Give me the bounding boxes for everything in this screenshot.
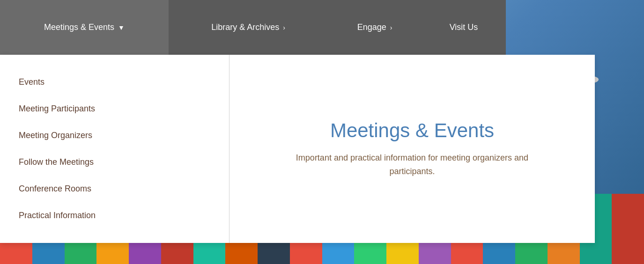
nav-visit-us[interactable]: Visit Us: [422, 0, 506, 55]
nav-meetings-events-label: Meetings & Events: [44, 22, 114, 32]
main-navbar: Meetings & Events ▼ Library & Archives ›…: [0, 0, 644, 55]
nav-meetings-events[interactable]: Meetings & Events ▼: [0, 0, 169, 55]
dropdown-link-meeting-organizers[interactable]: Meeting Organizers: [19, 122, 210, 149]
dropdown-info-panel: Meetings & Events Important and practica…: [229, 55, 595, 243]
dropdown-panel-description: Important and practical information for …: [295, 151, 529, 178]
meetings-dropdown: Events Meeting Participants Meeting Orga…: [0, 55, 595, 243]
dropdown-link-meeting-participants[interactable]: Meeting Participants: [19, 95, 210, 122]
nav-library-archives[interactable]: Library & Archives ›: [169, 0, 328, 55]
dropdown-link-conference-rooms[interactable]: Conference Rooms: [19, 176, 210, 202]
nav-engage-label: Engage: [357, 22, 386, 32]
dropdown-link-events[interactable]: Events: [19, 69, 210, 95]
flag-20: [612, 194, 644, 264]
dropdown-link-practical-information[interactable]: Practical Information: [19, 202, 210, 229]
meetings-chevron-icon: ▼: [118, 24, 125, 31]
nav-spacer: [506, 0, 644, 55]
nav-engage[interactable]: Engage ›: [328, 0, 422, 55]
nav-library-label: Library & Archives: [211, 22, 279, 32]
dropdown-panel-title: Meetings & Events: [330, 119, 494, 142]
dropdown-link-follow-meetings[interactable]: Follow the Meetings: [19, 149, 210, 176]
nav-visit-label: Visit Us: [450, 22, 478, 32]
engage-chevron-icon: ›: [390, 24, 392, 31]
dropdown-links-section: Events Meeting Participants Meeting Orga…: [0, 55, 229, 243]
library-chevron-icon: ›: [283, 24, 285, 31]
